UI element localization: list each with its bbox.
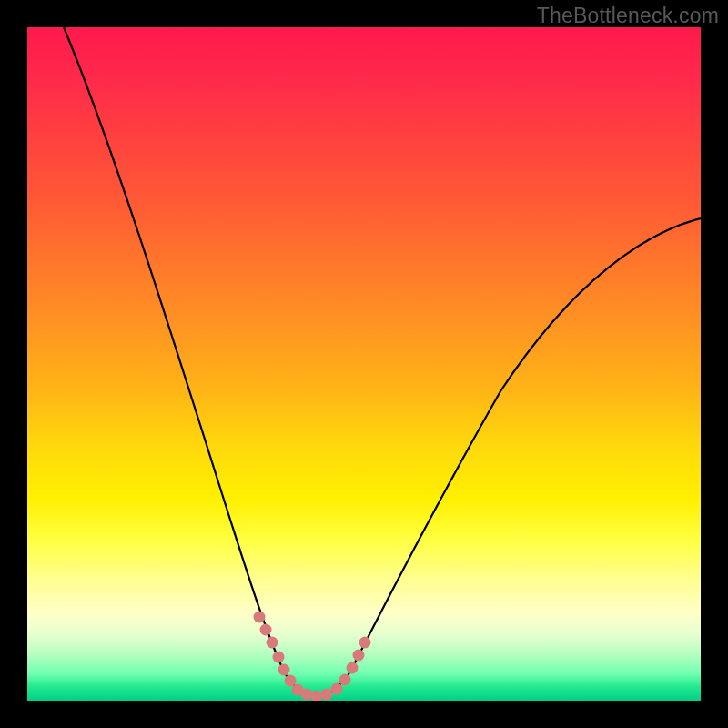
chart-frame: TheBottleneck.com [0, 0, 728, 728]
marker-dot [260, 624, 272, 636]
marker-dot [339, 674, 351, 686]
marker-dot [347, 662, 359, 674]
watermark-text: TheBottleneck.com [537, 4, 719, 28]
marker-dot [254, 612, 266, 623]
marker-dot [331, 683, 343, 695]
bottleneck-curve [64, 27, 701, 696]
marker-dot [301, 689, 313, 701]
marker-dot [273, 652, 285, 663]
marker-dot [359, 637, 371, 649]
marker-dot [321, 689, 333, 701]
marker-dot [311, 691, 323, 702]
marker-dot [353, 650, 365, 662]
plot-area [27, 27, 701, 701]
trough-markers [254, 612, 371, 702]
marker-dot [267, 637, 278, 649]
marker-dot [278, 664, 290, 676]
curve-svg [27, 27, 701, 701]
